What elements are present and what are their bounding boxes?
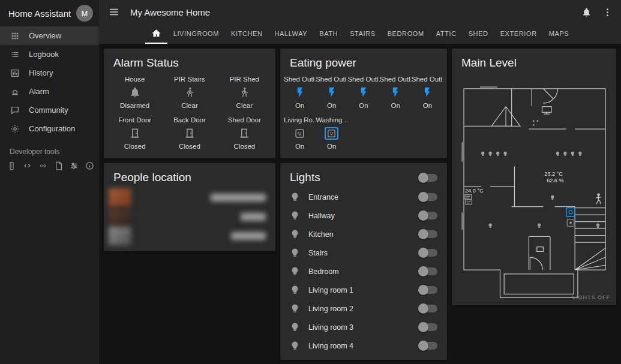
entity-shed-outlet-4[interactable]: Shed Outl... On (380, 76, 412, 109)
entity-washing-machine[interactable]: Washing ... On (316, 116, 347, 150)
light-toggle[interactable] (418, 342, 437, 350)
tab-attic[interactable]: ATTIC (430, 24, 463, 44)
info-icon[interactable] (85, 161, 95, 171)
events-broadcast-icon[interactable] (38, 161, 48, 171)
lightbulb-icon (290, 303, 300, 314)
motion-person-icon (596, 193, 601, 204)
lights-card: Lights Entrance Hallway (280, 163, 447, 360)
sidebar-item-community[interactable]: Community (0, 101, 99, 119)
card-title: Main Level (461, 56, 607, 70)
entity-shed-outlet-3[interactable]: Shed Outl... On (347, 76, 379, 109)
column-2: Eating power Shed Outl... On Shed Outl..… (280, 49, 447, 360)
entity-shed-door[interactable]: Shed Door Closed (217, 116, 272, 150)
entity-back-door[interactable]: Back Door Closed (162, 116, 217, 150)
view-tabs: LIVINGROOM KITCHEN HALLWAY BATH STAIRS B… (99, 24, 621, 44)
mqtt-tune-icon[interactable] (69, 161, 79, 171)
entity-shed-outlet-1[interactable]: Shed Outl... On (284, 76, 316, 109)
sidebar-item-overview[interactable]: Overview (0, 26, 99, 45)
selected-device-icon[interactable] (566, 208, 575, 216)
tab-bath[interactable]: BATH (313, 24, 344, 44)
sensor-display-icon (466, 200, 472, 204)
people-location-card: People location (104, 163, 275, 251)
lights-off-label: LIGHTS OFF (572, 294, 610, 300)
tab-kitchen[interactable]: KITCHEN (225, 24, 268, 44)
light-toggle[interactable] (418, 193, 437, 201)
forum-icon (10, 106, 20, 115)
floorplan-light-icons[interactable] (481, 152, 599, 228)
gear-icon (10, 124, 20, 134)
entity-pir-stairs[interactable]: PIR Stairs Clear (162, 76, 217, 109)
sidebar-item-label: Configuration (29, 124, 75, 133)
door-icon (129, 125, 141, 141)
light-row-kitchen: Kitchen (280, 225, 447, 243)
person-row[interactable] (104, 226, 275, 245)
person-row[interactable] (104, 207, 275, 226)
entity-shed-outlet-2[interactable]: Shed Outl... On (316, 76, 347, 109)
tab-hallway[interactable]: HALLWAY (269, 24, 314, 44)
light-toggle[interactable] (418, 230, 437, 238)
sidebar: Home Assistant M Overview Logbook Histor… (0, 0, 99, 364)
tab-exterior[interactable]: EXTERIOR (494, 24, 543, 44)
sidebar-item-label: Community (29, 106, 68, 115)
sidebar-item-configuration[interactable]: Configuration (0, 119, 99, 138)
entity-shed-outlet-5[interactable]: Shed Outl... On (412, 76, 443, 109)
home-assistant-app: Home Assistant M Overview Logbook Histor… (0, 0, 621, 364)
states-code-icon[interactable] (22, 161, 32, 171)
door-icon (184, 125, 196, 141)
person-state-blurred (211, 194, 266, 201)
flash-icon (358, 85, 370, 100)
alarm-light-icon (10, 87, 20, 97)
lightbulb-icon (290, 248, 300, 258)
lightbulb-icon (290, 266, 300, 276)
light-row-entrance: Entrance (280, 188, 447, 206)
tab-stairs[interactable]: STAIRS (344, 24, 382, 44)
alarm-glance-grid: House Disarmed PIR Stairs Clear PIR Shed (104, 73, 275, 158)
entity-living-room-outlet[interactable]: Living Ro... On (284, 116, 316, 150)
card-title: Alarm Status (113, 56, 266, 70)
light-toggle[interactable] (418, 249, 437, 257)
lights-master-toggle[interactable] (418, 174, 437, 182)
person-row[interactable] (104, 188, 275, 207)
app-title: Home Assistant (8, 8, 71, 19)
hamburger-menu-icon[interactable] (109, 7, 119, 17)
page-title: My Awesome Home (130, 7, 571, 17)
light-toggle[interactable] (418, 305, 437, 312)
power-glance-grid: Shed Outl... On Shed Outl... On Shed Out… (280, 73, 447, 158)
sidebar-item-history[interactable]: History (0, 64, 99, 82)
flash-icon (326, 85, 338, 100)
light-toggle[interactable] (418, 323, 437, 331)
user-avatar[interactable]: M (76, 5, 93, 22)
tab-livingroom[interactable]: LIVINGROOM (167, 24, 225, 44)
light-row-hallway: Hallway (280, 206, 447, 225)
tab-bedroom[interactable]: BEDROOM (382, 24, 430, 44)
tab-maps[interactable]: MAPS (543, 24, 575, 44)
light-toggle[interactable] (418, 286, 437, 294)
device-icon[interactable] (567, 219, 574, 227)
entity-front-door[interactable]: Front Door Closed (107, 116, 162, 150)
services-remote-icon[interactable] (7, 161, 17, 171)
sidebar-item-alarm[interactable]: Alarm (0, 82, 99, 101)
light-toggle[interactable] (418, 212, 437, 219)
sidebar-item-logbook[interactable]: Logbook (0, 45, 99, 64)
entity-pir-shed[interactable]: PIR Shed Clear (217, 76, 272, 109)
lightbulb-icon (290, 285, 300, 295)
entity-house[interactable]: House Disarmed (107, 76, 162, 109)
card-title: Eating power (290, 56, 437, 70)
developer-tools-label: Developer tools (10, 148, 99, 156)
lightbulb-icon (290, 229, 300, 239)
sidebar-item-label: History (29, 68, 53, 77)
walk-icon (238, 85, 250, 100)
tab-shed[interactable]: SHED (463, 24, 494, 44)
flash-icon (389, 85, 401, 100)
main-level-floorplan-card: Main Level (452, 49, 616, 305)
thermostat-icon (465, 194, 472, 199)
notifications-bell-icon[interactable] (581, 7, 592, 17)
main-area: My Awesome Home LIVINGROOM KITCHEN HALLW… (99, 0, 621, 364)
flash-icon (294, 85, 306, 100)
light-toggle[interactable] (418, 267, 437, 275)
templates-file-icon[interactable] (53, 161, 64, 171)
person-state-blurred (241, 213, 266, 221)
tab-home[interactable] (145, 24, 167, 44)
lightbulb-icon (290, 341, 300, 351)
overflow-menu-icon[interactable] (602, 7, 613, 17)
